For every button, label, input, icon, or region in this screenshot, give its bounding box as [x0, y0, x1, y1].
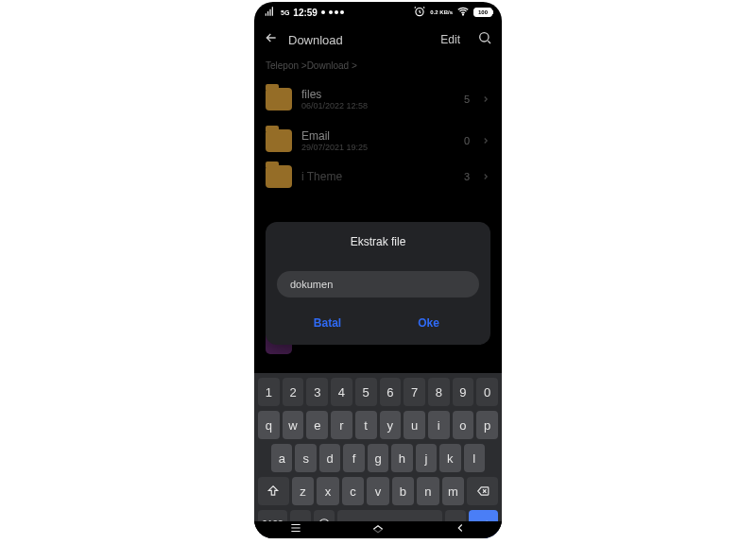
- key-d[interactable]: d: [319, 444, 340, 472]
- list-item-count: 3: [464, 171, 470, 182]
- wifi-icon: [456, 5, 470, 20]
- key-s[interactable]: s: [295, 444, 316, 472]
- android-nav-bar: [254, 521, 502, 538]
- key-e[interactable]: e: [306, 411, 328, 439]
- key-k[interactable]: k: [439, 444, 460, 472]
- list-item[interactable]: files 06/01/2022 12:58 5: [254, 78, 502, 120]
- key-0[interactable]: 0: [476, 378, 498, 406]
- more-dots-icon: [329, 10, 344, 14]
- status-right: 0.2 KB/s 100: [413, 5, 492, 20]
- app-bar: Download Edit: [254, 23, 502, 57]
- key-h[interactable]: h: [391, 444, 412, 472]
- status-bar: 5G 12:59 0.2 KB/s 100: [254, 2, 502, 23]
- key-row-numbers: 1 2 3 4 5 6 7 8 9 0: [258, 378, 498, 406]
- key-w[interactable]: w: [283, 411, 304, 439]
- status-left: 5G 12:59: [264, 5, 344, 20]
- soft-keyboard: 1 2 3 4 5 6 7 8 9 0 q w e r t y u i o p …: [254, 373, 502, 522]
- list-item-name: i Theme: [301, 170, 455, 183]
- key-v[interactable]: v: [367, 477, 388, 505]
- phone-frame: 5G 12:59 0.2 KB/s 100 Download Edit Tele…: [254, 2, 502, 538]
- breadcrumb[interactable]: Telepon >Download >: [254, 57, 502, 78]
- list-item-count: 0: [464, 135, 470, 146]
- key-p[interactable]: p: [476, 411, 498, 439]
- status-time: 12:59: [293, 8, 318, 18]
- key-o[interactable]: o: [453, 411, 474, 439]
- list-item-text: Email 29/07/2021 19:25: [301, 129, 455, 152]
- filename-input[interactable]: [277, 271, 479, 298]
- key-row-qwerty: q w e r t y u i o p: [258, 411, 498, 439]
- list-item-name: Email: [301, 129, 455, 143]
- key-j[interactable]: j: [416, 444, 437, 472]
- dialog-title: Ekstrak file: [277, 235, 479, 248]
- signal-icon: [264, 5, 277, 20]
- signal-label: 5G: [281, 9, 289, 16]
- key-1[interactable]: 1: [258, 378, 280, 406]
- key-a[interactable]: a: [271, 444, 292, 472]
- search-button[interactable]: [477, 30, 492, 49]
- nav-home-icon[interactable]: [370, 521, 386, 538]
- ok-button[interactable]: Oke: [378, 311, 479, 335]
- folder-icon: [266, 129, 292, 152]
- key-u[interactable]: u: [404, 411, 425, 439]
- key-n[interactable]: n: [417, 477, 438, 505]
- nav-recent-icon[interactable]: [288, 521, 303, 538]
- list-item-count: 5: [464, 94, 470, 105]
- key-b[interactable]: b: [392, 477, 414, 505]
- key-m[interactable]: m: [442, 477, 464, 505]
- folder-icon: [266, 88, 292, 110]
- list-item-date: 06/01/2022 12:58: [301, 101, 455, 110]
- svg-point-1: [462, 14, 463, 15]
- alarm-icon: [413, 5, 426, 20]
- chevron-right-icon: [481, 91, 490, 108]
- battery-icon: 100: [473, 8, 492, 17]
- data-rate: 0.2 KB/s: [430, 9, 453, 15]
- list-item-text: i Theme: [301, 170, 455, 183]
- folder-icon: [266, 165, 292, 188]
- key-5[interactable]: 5: [355, 378, 377, 406]
- key-r[interactable]: r: [331, 411, 352, 439]
- key-t[interactable]: t: [355, 411, 377, 439]
- list-item-text: files 06/01/2022 12:58: [301, 88, 455, 110]
- key-row-zxcv: z x c v b n m: [258, 477, 498, 505]
- chevron-right-icon: [481, 168, 490, 185]
- back-button[interactable]: [264, 30, 279, 49]
- key-9[interactable]: 9: [453, 378, 474, 406]
- key-8[interactable]: 8: [428, 378, 450, 406]
- dialog-actions: Batal Oke: [277, 311, 479, 335]
- key-7[interactable]: 7: [404, 378, 425, 406]
- key-i[interactable]: i: [428, 411, 450, 439]
- backspace-key[interactable]: [467, 477, 498, 505]
- key-f[interactable]: f: [343, 444, 364, 472]
- chevron-right-icon: [481, 132, 490, 149]
- extract-dialog: Ekstrak file Batal Oke: [266, 222, 490, 345]
- list-item[interactable]: Email 29/07/2021 19:25 0: [254, 120, 502, 162]
- key-g[interactable]: g: [368, 444, 388, 472]
- list-item-name: files: [301, 88, 455, 101]
- key-6[interactable]: 6: [380, 378, 402, 406]
- cancel-button[interactable]: Batal: [277, 311, 378, 335]
- svg-point-2: [480, 33, 489, 42]
- key-2[interactable]: 2: [283, 378, 304, 406]
- shift-key[interactable]: [258, 477, 289, 505]
- key-c[interactable]: c: [342, 477, 364, 505]
- key-l[interactable]: l: [464, 444, 485, 472]
- key-y[interactable]: y: [380, 411, 402, 439]
- status-dot: [321, 10, 325, 14]
- edit-button[interactable]: Edit: [440, 33, 460, 46]
- key-row-asdf: a s d f g h j k l: [258, 444, 498, 472]
- key-z[interactable]: z: [292, 477, 314, 505]
- key-x[interactable]: x: [317, 477, 338, 505]
- key-q[interactable]: q: [258, 411, 280, 439]
- key-4[interactable]: 4: [331, 378, 352, 406]
- page-title: Download: [288, 33, 431, 47]
- key-3[interactable]: 3: [306, 378, 328, 406]
- list-item[interactable]: i Theme 3: [254, 162, 502, 192]
- nav-back-icon[interactable]: [453, 521, 468, 538]
- list-item-date: 29/07/2021 19:25: [301, 143, 455, 152]
